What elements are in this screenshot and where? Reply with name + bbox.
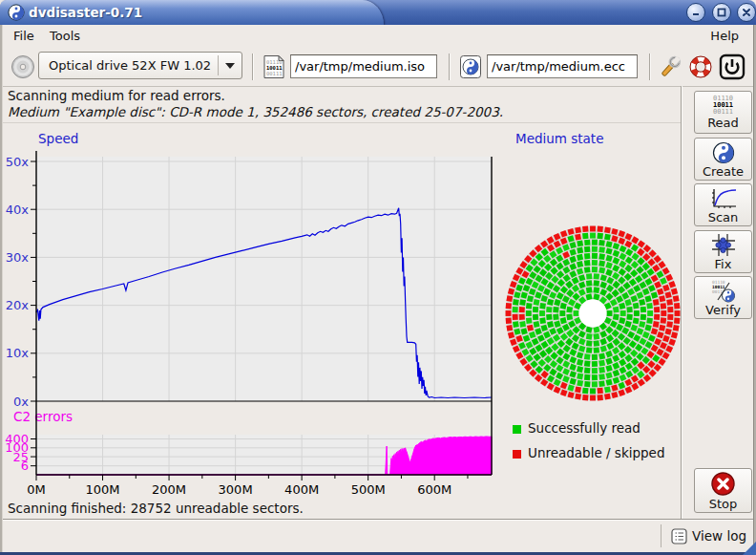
view-log-label: View log xyxy=(692,528,746,544)
close-button[interactable] xyxy=(737,3,756,22)
iso-path-input[interactable] xyxy=(290,54,437,78)
svg-text:25: 25 xyxy=(12,450,29,464)
svg-text:6: 6 xyxy=(21,459,29,473)
svg-text:400M: 400M xyxy=(284,482,319,497)
menu-bar: File Tools Help xyxy=(2,25,754,49)
status-bar: View log xyxy=(2,519,754,553)
read-button-label: Read xyxy=(707,117,739,129)
window-title: dvdisaster-0.71 xyxy=(29,0,142,25)
svg-text:100: 100 xyxy=(5,440,29,455)
scan-result-text: Scanning finished: 28752 unreadable sect… xyxy=(8,501,304,516)
scan-button[interactable]: Scan xyxy=(694,183,752,226)
legend-swatch-red xyxy=(513,450,521,459)
binary-read-icon: 01110 10011 00111 xyxy=(713,96,733,116)
stop-button[interactable]: Stop xyxy=(694,468,752,513)
separator xyxy=(681,86,682,519)
medium-state-disc xyxy=(504,220,685,409)
svg-text:10x: 10x xyxy=(6,346,30,360)
minimize-button[interactable] xyxy=(686,3,705,22)
svg-text:0x: 0x xyxy=(13,395,29,409)
verify-button-label: Verify xyxy=(705,304,741,316)
read-button[interactable]: 01110 10011 00111 Read xyxy=(694,91,752,134)
ecc-file-icon xyxy=(458,54,483,79)
legend-item-unreadable: Unreadable / skipped xyxy=(513,445,664,460)
drive-selector[interactable]: Optical drive 52X FW 1.02 xyxy=(38,52,242,79)
menu-tools[interactable]: Tools xyxy=(44,25,86,48)
quit-power-icon[interactable] xyxy=(718,53,746,81)
stop-button-label: Stop xyxy=(709,498,738,510)
status-line-medium-info: Medium "Example disc": CD-R mode 1, 3524… xyxy=(8,104,503,119)
iso-image-icon: 01110 10011 00111 xyxy=(262,54,286,79)
toolbar-separator xyxy=(252,53,254,80)
menu-file[interactable]: File xyxy=(8,25,40,48)
view-log-button[interactable]: View log xyxy=(661,524,746,547)
create-button-label: Create xyxy=(703,165,744,178)
puzzle-fix-icon xyxy=(711,233,736,257)
scan-button-label: Scan xyxy=(708,211,739,224)
scan-chart-icon xyxy=(710,187,737,210)
stop-icon xyxy=(710,471,736,497)
svg-text:300M: 300M xyxy=(219,482,253,497)
combo-divider xyxy=(218,55,219,75)
menu-help[interactable]: Help xyxy=(704,25,745,48)
verify-compare-icon: 01110 10011 00111 xyxy=(711,279,736,303)
legend-item-read: Successfully read xyxy=(513,420,640,436)
svg-text:0M: 0M xyxy=(27,482,46,497)
optical-drive-icon xyxy=(10,54,35,79)
toolbar-separator xyxy=(649,53,651,80)
window-frame xyxy=(0,25,3,555)
drive-selector-value: Optical drive 52X FW 1.02 xyxy=(49,53,211,78)
preferences-wrench-icon[interactable] xyxy=(657,53,683,80)
svg-text:00111: 00111 xyxy=(266,71,283,76)
help-lifesaver-icon[interactable] xyxy=(687,53,714,80)
toolbar-separator xyxy=(449,53,451,80)
toolbar: Optical drive 52X FW 1.02 01110 10011 00… xyxy=(2,48,754,87)
fix-button-label: Fix xyxy=(715,258,732,270)
chevron-down-icon xyxy=(225,63,235,69)
svg-text:100M: 100M xyxy=(86,482,120,497)
svg-text:50x: 50x xyxy=(6,155,30,169)
speed-and-c2-charts: 0x10x20x30x40x50x6251004000M100M200M300M… xyxy=(0,124,506,499)
svg-text:600M: 600M xyxy=(417,482,452,497)
maximize-button[interactable] xyxy=(712,3,731,22)
ecc-path-input[interactable] xyxy=(487,54,638,78)
c2-errors-area xyxy=(36,437,492,475)
status-line-action: Scanning medium for read errors. xyxy=(8,88,225,103)
resize-grip[interactable] xyxy=(743,542,756,555)
log-list-icon xyxy=(671,528,687,544)
legend-label: Unreadable / skipped xyxy=(528,445,664,460)
svg-text:20x: 20x xyxy=(6,298,30,312)
legend-label: Successfully read xyxy=(528,420,640,436)
verify-button[interactable]: 01110 10011 00111 Verify xyxy=(694,276,752,319)
fix-button[interactable]: Fix xyxy=(694,230,752,273)
svg-text:30x: 30x xyxy=(6,250,30,265)
svg-text:500M: 500M xyxy=(351,482,386,497)
medium-state-title: Medium state xyxy=(515,131,603,146)
speed-curve xyxy=(36,208,492,398)
svg-text:200M: 200M xyxy=(152,482,186,497)
svg-text:40x: 40x xyxy=(6,203,30,217)
create-button[interactable]: Create xyxy=(694,138,752,181)
speed-chart-title: Speed xyxy=(38,131,78,146)
title-bar: dvdisaster-0.71 xyxy=(0,0,756,25)
separator xyxy=(2,122,681,123)
app-window: dvdisaster-0.71 File Tools Help Optical … xyxy=(0,0,756,555)
yinyang-create-icon xyxy=(712,141,735,164)
legend-swatch-green xyxy=(513,425,521,434)
svg-text:400: 400 xyxy=(5,432,29,446)
c2-errors-chart-title: C2 errors xyxy=(13,409,73,424)
app-yinyang-icon xyxy=(8,4,25,21)
